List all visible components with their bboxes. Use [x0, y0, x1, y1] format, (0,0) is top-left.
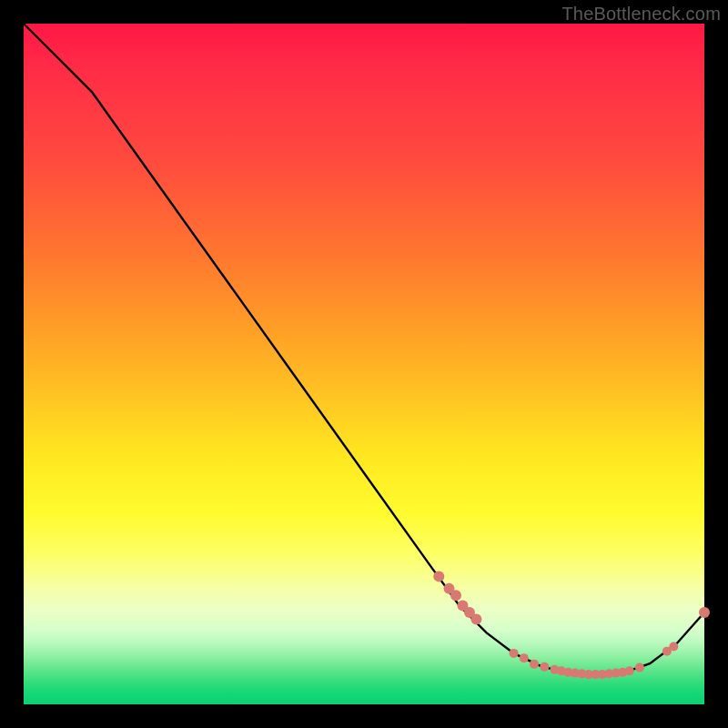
- marker-point: [510, 649, 519, 658]
- marker-point: [520, 653, 529, 662]
- marker-point: [625, 666, 634, 675]
- bottleneck-curve: [24, 24, 704, 674]
- marker-point: [635, 663, 644, 672]
- marker-point: [699, 607, 710, 618]
- highlight-points: [433, 571, 710, 679]
- marker-point: [470, 614, 481, 625]
- marker-point: [540, 662, 549, 672]
- chart-frame: TheBottleneck.com: [0, 0, 728, 728]
- chart-svg: [24, 24, 704, 704]
- marker-point: [530, 660, 539, 669]
- marker-point: [433, 571, 444, 581]
- watermark-text: TheBottleneck.com: [561, 4, 721, 25]
- marker-point: [669, 642, 678, 651]
- marker-point: [450, 590, 461, 601]
